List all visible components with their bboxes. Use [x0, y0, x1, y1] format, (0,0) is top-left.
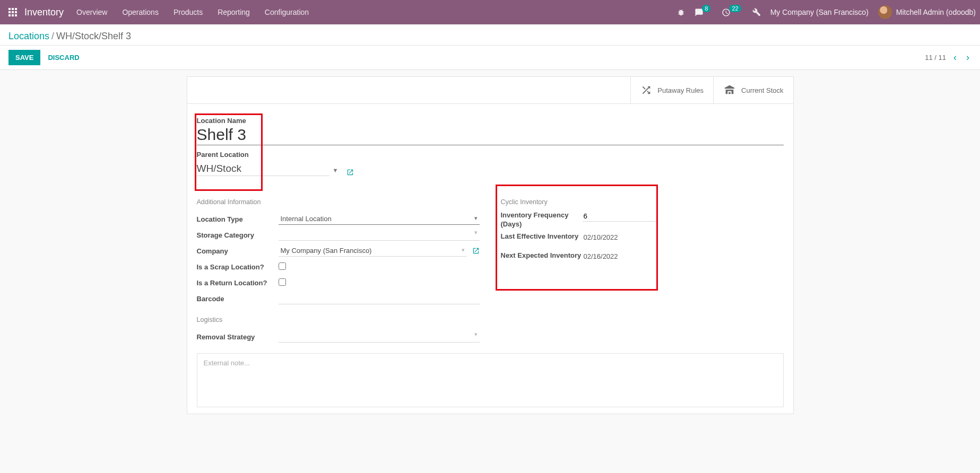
svg-rect-6: [8, 14, 11, 16]
storage-category-select[interactable]: [279, 229, 480, 241]
parent-location-label: Parent Location: [197, 151, 784, 159]
location-type-label: Location Type: [197, 215, 279, 223]
location-name-input[interactable]: [197, 125, 784, 145]
cyclic-inventory-header: Cyclic Inventory: [501, 198, 784, 206]
svg-rect-1: [12, 8, 14, 10]
breadcrumb-current: WH/Stock/Shelf 3: [56, 31, 131, 41]
company-select[interactable]: My Company (San Francisco): [279, 245, 467, 257]
external-note-input[interactable]: [197, 354, 783, 407]
last-inventory-label: Last Effective Inventory: [501, 232, 583, 241]
stat-button-box: Putaway Rules Current Stock: [187, 77, 793, 104]
breadcrumb: Locations/WH/Stock/Shelf 3: [8, 31, 972, 42]
barcode-label: Barcode: [197, 295, 279, 303]
action-row: SAVE DISCARD 11 / 11 ‹ ›: [0, 46, 980, 70]
putaway-label: Putaway Rules: [657, 86, 704, 94]
barcode-input[interactable]: [279, 293, 480, 304]
form-sheet: Putaway Rules Current Stock Location Nam…: [187, 76, 794, 414]
svg-rect-7: [12, 14, 14, 16]
nav-operations[interactable]: Operations: [122, 8, 158, 16]
location-type-select[interactable]: Internal Location: [279, 213, 480, 225]
topbar: Inventory Overview Operations Products R…: [0, 0, 980, 24]
scrap-checkbox[interactable]: [279, 262, 286, 270]
apps-icon[interactable]: [4, 8, 21, 16]
app-brand[interactable]: Inventory: [24, 7, 64, 18]
topbar-right: 8 22 My Company (San Francisco) Mitchell…: [677, 5, 976, 19]
putaway-rules-button[interactable]: Putaway Rules: [630, 77, 713, 103]
chevron-down-icon[interactable]: ▼: [333, 167, 339, 176]
current-stock-label: Current Stock: [741, 86, 783, 94]
left-column: Additional Information Location Type Int…: [197, 195, 480, 345]
parent-location-input[interactable]: WH/Stock: [197, 162, 329, 176]
activities-icon[interactable]: 22: [722, 8, 742, 17]
pager-text: 11 / 11: [925, 54, 946, 62]
storage-category-label: Storage Category: [197, 231, 279, 239]
user-menu[interactable]: Mitchell Admin (odoodb): [878, 5, 976, 19]
messages-icon[interactable]: 8: [695, 8, 712, 17]
svg-rect-3: [8, 11, 11, 13]
title-block: Location Name Parent Location WH/Stock ▼: [197, 113, 784, 183]
main-nav: Overview Operations Products Reporting C…: [76, 8, 309, 16]
right-column: Cyclic Inventory Inventory Frequency (Da…: [501, 195, 784, 345]
inventory-frequency-input[interactable]: [583, 211, 657, 222]
current-stock-button[interactable]: Current Stock: [713, 77, 793, 103]
next-inventory-value: 02/16/2022: [583, 251, 784, 261]
messages-badge: 8: [702, 5, 710, 12]
svg-rect-8: [15, 14, 17, 16]
avatar: [878, 5, 892, 19]
user-name: Mitchell Admin (odoodb): [896, 8, 976, 16]
scrap-label: Is a Scrap Location?: [197, 263, 279, 271]
svg-rect-0: [8, 8, 11, 10]
company-switcher[interactable]: My Company (San Francisco): [770, 8, 869, 16]
save-button[interactable]: SAVE: [8, 50, 40, 65]
logistics-header: Logistics: [197, 316, 480, 323]
company-label: Company: [197, 247, 279, 255]
nav-configuration[interactable]: Configuration: [265, 8, 309, 16]
pager-prev[interactable]: ‹: [951, 51, 959, 64]
discard-button[interactable]: DISCARD: [48, 54, 79, 62]
svg-rect-5: [15, 11, 17, 13]
return-label: Is a Return Location?: [197, 279, 279, 287]
return-checkbox[interactable]: [279, 278, 286, 286]
location-name-label: Location Name: [197, 117, 784, 125]
removal-strategy-label: Removal Strategy: [197, 333, 279, 341]
inventory-frequency-label: Inventory Frequency (Days): [501, 211, 583, 229]
nav-reporting[interactable]: Reporting: [218, 8, 250, 16]
bug-icon[interactable]: [677, 8, 685, 16]
additional-info-header: Additional Information: [197, 198, 480, 206]
svg-rect-4: [12, 11, 14, 13]
external-link-icon[interactable]: [346, 169, 354, 176]
removal-strategy-select[interactable]: [279, 331, 480, 343]
tools-icon[interactable]: [752, 8, 761, 16]
svg-rect-2: [15, 8, 17, 10]
breadcrumb-parent[interactable]: Locations: [8, 31, 49, 41]
nav-overview[interactable]: Overview: [76, 8, 107, 16]
last-inventory-value: 02/10/2022: [583, 232, 784, 242]
activities-badge: 22: [729, 5, 741, 12]
breadcrumb-row: Locations/WH/Stock/Shelf 3: [0, 24, 980, 46]
pager: 11 / 11 ‹ ›: [925, 51, 972, 64]
external-note: [197, 353, 784, 407]
pager-next[interactable]: ›: [964, 51, 972, 64]
next-inventory-label: Next Expected Inventory: [501, 251, 583, 260]
company-external-link-icon[interactable]: [472, 247, 480, 255]
nav-products[interactable]: Products: [174, 8, 203, 16]
